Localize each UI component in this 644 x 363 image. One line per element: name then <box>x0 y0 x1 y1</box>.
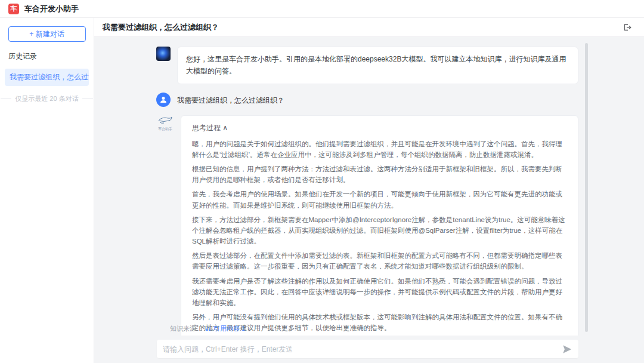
main-area: 我需要过滤组织，怎么过滤组织？ 您好，这里是车合开发小助手。引用的是本地化部署的… <box>94 18 644 363</box>
sources-row: 知识来源 引用内容 1 <box>170 324 245 333</box>
history-heading: 历史记录 <box>8 51 94 61</box>
history-limit-note: 仅显示最近 20 条对话 <box>0 94 94 103</box>
history-limit-text: 仅显示最近 20 条对话 <box>15 94 78 103</box>
sources-label: 知识来源 <box>170 324 196 333</box>
message-assistant-greeting: 您好，这里是车合开发小助手。引用的是本地化部署的deepseek32B大模型。我… <box>156 47 578 84</box>
scrollbar-thumb[interactable] <box>585 43 588 332</box>
whale-icon <box>157 115 173 125</box>
composer-bar <box>94 336 644 363</box>
assistant-avatar <box>156 47 171 61</box>
divider <box>82 99 93 99</box>
thinking-label: 思考过程 <box>192 124 221 132</box>
composer-box <box>157 340 578 358</box>
scrollbar[interactable] <box>585 43 588 332</box>
sidebar-item-conversation[interactable]: 我需要过滤组织，怎么过滤组织? <box>5 69 89 86</box>
conversation-header: 我需要过滤组织，怎么过滤组织？ <box>94 18 644 37</box>
new-chat-button[interactable]: + 新建对话 <box>8 26 86 42</box>
user-avatar <box>156 93 171 107</box>
app-logo: 车 <box>8 4 19 14</box>
thinking-toggle[interactable]: 思考过程 ∧ <box>192 123 567 133</box>
send-icon[interactable] <box>562 344 572 355</box>
thinking-content: 嗯，用户的问题是关于如何过滤组织的。他们提到需要过滤组织，并且可能是在开发环境中… <box>192 139 567 359</box>
thinking-paragraph: 根据已知的信息，用户提到了两种方法：方法过滤和表过滤。这两种方法分别适用于新框架… <box>192 164 567 185</box>
thinking-paragraph: 然后是表过滤部分，在配置文件中添加需要过滤的表。新框架和旧框架的配置方式可能略有… <box>192 250 567 272</box>
message-user: 我需要过滤组织，怎么过滤组织？ <box>156 93 578 107</box>
citation-link[interactable]: 引用内容 1 <box>206 324 245 333</box>
assistant-greeting-bubble: 您好，这里是车合开发小助手。引用的是本地化部署的deepseek32B大模型。我… <box>177 47 578 84</box>
quote-icon <box>206 326 212 332</box>
assistant-avatar-caption: 车合助手 <box>156 127 174 131</box>
conversation-title: 我需要过滤组织，怎么过滤组织？ <box>103 22 623 33</box>
app-title: 车合开发小助手 <box>24 4 79 14</box>
sidebar: + 新建对话 历史记录 我需要过滤组织，怎么过滤组织? 仅显示最近 20 条对话 <box>0 18 94 363</box>
chevron-up-icon: ∧ <box>222 124 228 132</box>
message-input[interactable] <box>163 345 562 353</box>
thinking-paragraph: 首先，我会考虑用户的使用场景。如果他们在开发一个新的项目，可能更倾向于使用新框架… <box>192 189 567 210</box>
thinking-paragraph: 我还需要考虑用户是否了解这些注解的作用以及如何正确使用它们。如果他们不熟悉，可能… <box>192 276 567 308</box>
citation-text: 引用内容 1 <box>213 324 245 333</box>
thinking-paragraph: 另外，用户可能没有提到他们使用的具体技术栈或框架版本，这可能影响到注解的具体用法… <box>192 312 567 333</box>
chat-scroll-area[interactable]: 您好，这里是车合开发小助手。引用的是本地化部署的deepseek32B大模型。我… <box>94 37 644 363</box>
topbar: 车 车合开发小助手 <box>0 0 644 18</box>
user-question-text: 我需要过滤组织，怎么过滤组织？ <box>177 93 284 106</box>
thinking-paragraph: 接下来，方法过滤部分，新框架需要在Mapper中添加@InterceptorIg… <box>192 214 567 247</box>
thinking-paragraph: 嗯，用户的问题是关于如何过滤组织的。他们提到需要过滤组织，并且可能是在开发环境中… <box>192 139 567 160</box>
assistant-whale-avatar: 车合助手 <box>156 115 174 131</box>
person-icon <box>159 96 168 104</box>
divider <box>1 99 11 99</box>
export-icon[interactable] <box>623 23 632 32</box>
